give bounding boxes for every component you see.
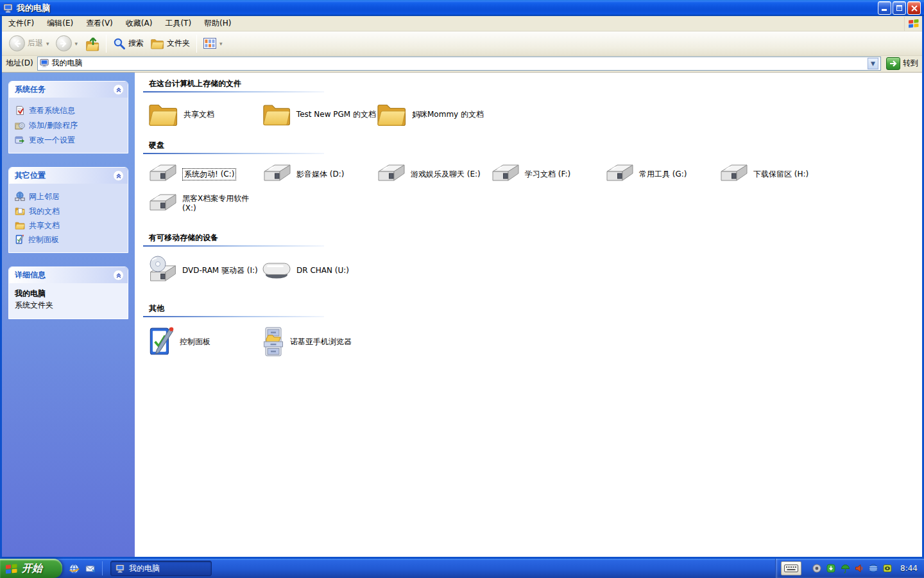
tile-label: 影音媒体 (D:) — [296, 169, 344, 180]
section-title-drives: 硬盘 — [143, 139, 922, 153]
antivirus-umbrella-icon[interactable] — [840, 563, 850, 574]
search-button[interactable]: 搜索 — [110, 35, 147, 52]
panel-title: 详细信息 — [15, 270, 46, 281]
drive-tile-h[interactable]: 下载保留区 (H:) — [719, 163, 833, 185]
taskbar-task-my-computer[interactable]: 我的电脑 — [110, 561, 212, 576]
address-dropdown-button[interactable]: ▼ — [868, 58, 878, 69]
back-button[interactable]: 后退 ▾ — [6, 33, 53, 53]
folder-icon — [262, 101, 291, 127]
menu-edit[interactable]: 编辑(E) — [40, 16, 80, 31]
sidebar-item-view-system-info[interactable]: 查看系统信息 — [15, 105, 125, 116]
folder-icon — [376, 101, 407, 127]
details-header[interactable]: 详细信息 — [9, 267, 128, 283]
taskbar: 开始 我的电脑 8:44 — [0, 559, 924, 578]
collapse-chevron-icon[interactable] — [113, 170, 124, 181]
taskbar-clock: 8:44 — [900, 564, 918, 573]
taskbar-separator — [102, 561, 103, 575]
audio-manager-icon[interactable] — [812, 563, 822, 574]
tile-label: Test New PGM 的文档 — [296, 109, 376, 120]
system-tasks-header[interactable]: 系统任务 — [9, 82, 128, 98]
volume-icon[interactable] — [854, 563, 864, 574]
other-places-header[interactable]: 其它位置 — [9, 168, 128, 184]
folders-button[interactable]: 文件夹 — [147, 36, 193, 51]
folder-tile-mommy-documents[interactable]: 妈咪Mommy 的文档 — [376, 101, 490, 127]
hard-drive-icon — [604, 163, 634, 185]
details-panel: 详细信息 我的电脑 系统文件夹 — [8, 267, 128, 319]
close-button[interactable] — [907, 1, 921, 15]
input-method-keyboard-icon[interactable] — [781, 561, 801, 575]
views-button[interactable]: ▾ — [200, 36, 226, 51]
search-label: 搜索 — [128, 38, 144, 49]
panel-title: 系统任务 — [15, 84, 46, 95]
drive-tile-e[interactable]: 游戏娱乐及聊天 (E:) — [376, 163, 490, 185]
details-item-type: 系统文件夹 — [15, 300, 122, 311]
drive-tile-dvd-ram[interactable]: DVD-RAM 驱动器 (I:) — [148, 256, 262, 285]
outlook-express-icon[interactable] — [85, 563, 96, 574]
internet-explorer-icon[interactable] — [69, 563, 80, 574]
network-globe-icon[interactable] — [868, 563, 878, 574]
section-title-other: 其他 — [143, 302, 922, 316]
menu-favorites[interactable]: 收藏(A) — [119, 16, 159, 31]
go-button[interactable] — [886, 57, 900, 70]
tile-label: 系统勿动! (C:) — [182, 168, 236, 180]
toolbar-separator — [106, 35, 107, 53]
dvd-ram-drive-icon — [148, 256, 177, 285]
tile-label: 黑客X档案专用软件 (X:) — [182, 194, 259, 213]
menu-help[interactable]: 帮助(H) — [198, 16, 237, 31]
sidebar-item-label: 添加/删除程序 — [29, 121, 78, 130]
drive-tile-f[interactable]: 学习文档 (F:) — [490, 163, 604, 185]
sidebar-item-shared-documents[interactable]: 共享文档 — [15, 221, 125, 230]
sidebar-item-my-documents[interactable]: 我的文档 — [15, 206, 125, 216]
drive-tile-c[interactable]: 系统勿动! (C:) — [148, 163, 262, 185]
section-divider — [143, 91, 324, 92]
go-label: 转到 — [903, 58, 918, 69]
up-button[interactable] — [81, 34, 103, 53]
other-tile-nokia-phone-browser[interactable]: 诺基亚手机浏览器 — [262, 326, 376, 357]
start-button[interactable]: 开始 — [0, 559, 62, 578]
menu-file[interactable]: 文件(F) — [2, 16, 40, 31]
drive-tile-dr-chan[interactable]: DR CHAN (U:) — [262, 256, 376, 285]
search-icon — [113, 37, 126, 50]
drive-tile-d[interactable]: 影音媒体 (D:) — [262, 163, 376, 185]
address-bar: 地址(D) 我的电脑 ▼ 转到 — [2, 56, 922, 73]
restore-button[interactable] — [893, 1, 906, 15]
sidebar-item-label: 查看系统信息 — [29, 106, 75, 115]
drive-tile-x[interactable]: 黑客X档案专用软件 (X:) — [148, 193, 262, 215]
nvidia-settings-icon[interactable] — [882, 563, 893, 574]
sidebar-item-change-setting[interactable]: 更改一个设置 — [15, 135, 125, 145]
quick-launch — [62, 559, 109, 578]
forward-button[interactable]: ▾ — [53, 33, 81, 53]
system-tasks-panel: 系统任务 查看系统信息 添加/删除程序 — [8, 81, 128, 153]
drive-tile-g[interactable]: 常用工具 (G:) — [604, 163, 719, 185]
menu-bar: 文件(F) 编辑(E) 查看(V) 收藏(A) 工具(T) 帮助(H) — [2, 16, 922, 31]
minimize-button[interactable] — [878, 1, 891, 15]
title-bar: 我的电脑 — [0, 0, 924, 16]
folder-tile-test-new-pgm[interactable]: Test New PGM 的文档 — [262, 101, 376, 127]
collapse-chevron-icon[interactable] — [113, 270, 124, 281]
start-label: 开始 — [22, 562, 42, 575]
tile-label: 诺基亚手机浏览器 — [290, 337, 352, 347]
tile-label: 游戏娱乐及聊天 (E:) — [411, 169, 481, 180]
sidebar-item-control-panel[interactable]: 控制面板 — [15, 234, 125, 245]
up-icon — [84, 36, 99, 51]
address-input[interactable]: 我的电脑 ▼ — [37, 57, 881, 71]
menu-tools[interactable]: 工具(T) — [158, 16, 198, 31]
other-places-panel: 其它位置 网上邻居 我的文档 — [8, 167, 128, 253]
window-title: 我的电脑 — [17, 3, 877, 14]
collapse-chevron-icon[interactable] — [113, 84, 124, 95]
folder-tile-shared-documents[interactable]: 共享文档 — [148, 101, 262, 127]
sidebar-item-network-places[interactable]: 网上邻居 — [15, 191, 125, 202]
tile-label: 控制面板 — [180, 337, 210, 347]
section-divider — [143, 245, 324, 247]
other-tile-control-panel[interactable]: 控制面板 — [148, 326, 262, 357]
sidebar-item-label: 我的文档 — [29, 207, 60, 216]
network-places-icon — [15, 191, 25, 202]
section-divider — [143, 316, 324, 317]
tile-label: 下载保留区 (H:) — [753, 169, 809, 180]
toolbar: 后退 ▾ ▾ 搜索 文件夹 ▾ — [2, 31, 922, 56]
menu-view[interactable]: 查看(V) — [80, 16, 119, 31]
sidebar-item-add-remove-programs[interactable]: 添加/删除程序 — [15, 120, 125, 130]
details-item-name: 我的电脑 — [15, 288, 122, 299]
folders-icon — [150, 38, 164, 49]
download-manager-icon[interactable] — [826, 563, 836, 574]
